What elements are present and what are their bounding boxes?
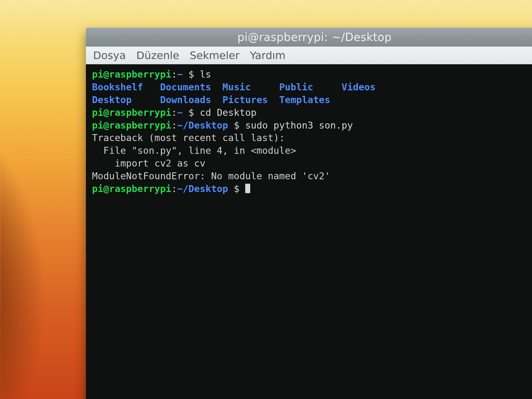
menu-help[interactable]: Yardım xyxy=(250,49,285,62)
prompt-user-host: pi@raspberrypi xyxy=(92,183,172,194)
prompt-dollar: $ xyxy=(234,183,239,194)
ls-item: Videos xyxy=(342,81,376,93)
ls-item: Documents xyxy=(160,81,211,93)
prompt-sep: : xyxy=(172,69,177,80)
prompt-user-host: pi@raspberrypi xyxy=(92,69,172,80)
ls-item: Music xyxy=(222,81,251,93)
terminal-output: pi@raspberrypi:~ $ ls Bookshelf Document… xyxy=(92,68,532,195)
ls-item: Downloads xyxy=(160,94,211,105)
prompt-user-host: pi@raspberrypi xyxy=(92,107,172,118)
prompt-path: ~/Desktop xyxy=(177,120,228,131)
cmd-cd: cd Desktop xyxy=(200,107,257,118)
menu-file[interactable]: Dosya xyxy=(93,49,126,62)
prompt-sep: : xyxy=(172,107,177,118)
cursor xyxy=(245,184,250,193)
terminal-body[interactable]: pi@raspberrypi:~ $ ls Bookshelf Document… xyxy=(86,64,532,399)
wallpaper-silhouette xyxy=(0,50,94,399)
menu-tabs[interactable]: Sekmeler xyxy=(190,49,239,62)
menu-edit[interactable]: Düzenle xyxy=(136,49,179,62)
terminal-window: pi@raspberrypi: ~/Desktop Dosya Düzenle … xyxy=(86,28,532,399)
traceback-line: File "son.py", line 4, in <module> xyxy=(92,145,296,156)
traceback-line: ModuleNotFoundError: No module named 'cv… xyxy=(92,170,330,181)
prompt-path: ~/Desktop xyxy=(177,183,228,194)
window-title: pi@raspberrypi: ~/Desktop xyxy=(237,31,392,44)
ls-item: Templates xyxy=(279,94,330,105)
prompt-sep: : xyxy=(172,120,177,131)
menubar: Dosya Düzenle Sekmeler Yardım xyxy=(86,47,532,64)
cmd-python: sudo python3 son.py xyxy=(245,120,353,131)
ls-item: Bookshelf xyxy=(92,81,143,93)
prompt-path: ~ xyxy=(177,107,183,118)
prompt-dollar: $ xyxy=(188,107,194,118)
ls-item: Desktop xyxy=(92,94,132,105)
prompt-dollar: $ xyxy=(234,120,239,131)
ls-item: Pictures xyxy=(222,94,268,105)
traceback-line: Traceback (most recent call last): xyxy=(92,132,285,143)
cmd-ls: ls xyxy=(200,69,211,80)
prompt-path: ~ xyxy=(177,69,183,80)
window-titlebar[interactable]: pi@raspberrypi: ~/Desktop xyxy=(86,28,532,47)
prompt-sep: : xyxy=(172,183,177,194)
traceback-line: import cv2 as cv xyxy=(92,158,205,169)
prompt-dollar: $ xyxy=(188,69,194,80)
prompt-user-host: pi@raspberrypi xyxy=(92,120,172,131)
ls-item: Public xyxy=(279,81,313,93)
